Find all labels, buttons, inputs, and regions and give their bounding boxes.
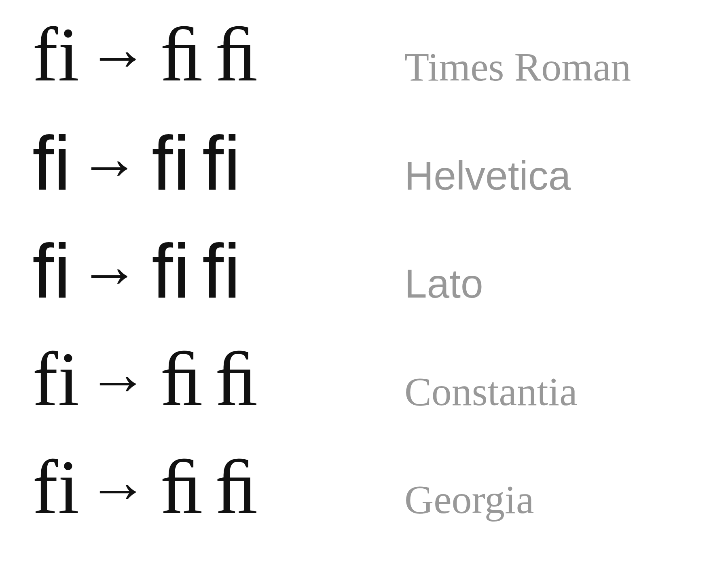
ligature-2: ﬁ	[215, 449, 258, 526]
plain-pair: fi	[32, 232, 71, 309]
font-label: Times Roman	[404, 47, 631, 87]
ligature-comparison: fi → ﬁ ﬁ Times Roman fi → ﬁ ﬁ Helvetica …	[0, 0, 728, 566]
ligature-2: ﬁ	[202, 125, 241, 201]
arrow-icon: →	[79, 243, 140, 303]
samples: fi → ﬁ ﬁ	[32, 341, 380, 418]
ligature-1: ﬁ	[152, 125, 190, 201]
ligature-2: ﬁ	[215, 341, 258, 418]
plain-pair: fi	[32, 341, 79, 418]
row-helvetica: fi → ﬁ ﬁ Helvetica	[32, 125, 704, 226]
font-label: Helvetica	[404, 155, 571, 196]
font-label: Georgia	[404, 479, 534, 520]
ligature-1: ﬁ	[160, 341, 203, 418]
font-label: Constantia	[404, 372, 578, 412]
row-times-roman: fi → ﬁ ﬁ Times Roman	[32, 16, 704, 117]
arrow-icon: →	[87, 350, 148, 411]
samples: fi → ﬁ ﬁ	[32, 16, 380, 93]
ligature-1: ﬁ	[152, 232, 190, 309]
arrow-icon: →	[79, 135, 140, 195]
font-label: Lato	[404, 263, 483, 304]
plain-pair: fi	[32, 125, 71, 201]
ligature-1: ﬁ	[160, 449, 203, 526]
row-lato: fi → ﬁ ﬁ Lato	[32, 232, 704, 334]
ligature-1: ﬁ	[160, 16, 203, 93]
row-georgia: fi → ﬁ ﬁ Georgia	[32, 449, 704, 550]
plain-pair: fi	[32, 16, 79, 93]
ligature-2: ﬁ	[215, 16, 258, 93]
samples: fi → ﬁ ﬁ	[32, 125, 380, 201]
row-constantia: fi → ﬁ ﬁ Constantia	[32, 341, 704, 442]
ligature-2: ﬁ	[202, 232, 241, 309]
arrow-icon: →	[87, 25, 148, 86]
plain-pair: fi	[32, 449, 79, 526]
samples: fi → ﬁ ﬁ	[32, 232, 380, 309]
samples: fi → ﬁ ﬁ	[32, 449, 380, 526]
arrow-icon: →	[87, 458, 148, 519]
